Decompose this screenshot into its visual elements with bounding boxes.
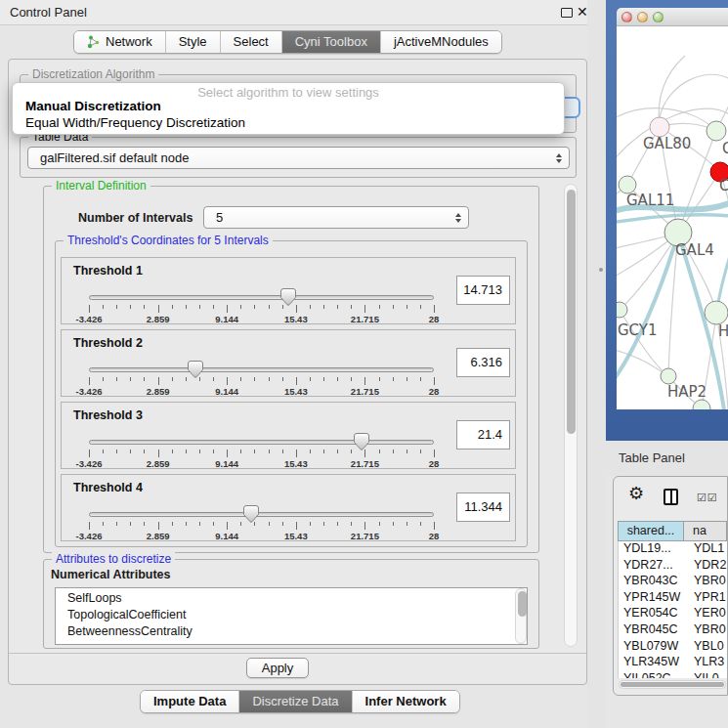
list-item-betweennesscentrality[interactable]: BetweennessCentrality [56, 623, 527, 640]
table-rows[interactable]: YDL19...YDL1YDR27...YDR2YBR043CYBR0YPR14… [618, 541, 727, 678]
threshold-value-field[interactable]: 6.316 [456, 348, 510, 377]
slider-track[interactable] [89, 295, 434, 300]
threshold-label: Threshold 2 [73, 336, 143, 350]
column-header-name[interactable]: na [684, 521, 727, 541]
slider-thumb[interactable] [354, 433, 369, 450]
cell-name[interactable]: YIL0 [685, 671, 727, 678]
cell-name[interactable]: YPR1 [685, 590, 727, 607]
table-hscrollbar[interactable] [619, 680, 726, 689]
network-node-label: GAL4 [675, 241, 714, 259]
slider-thumb[interactable] [188, 361, 203, 378]
cyni-bottom-tabs: Impute Data Discretize Data Infer Networ… [140, 690, 460, 713]
slider-thumb[interactable] [243, 505, 259, 523]
table-data-selected-value: galFiltered.sif default node [40, 150, 189, 165]
apply-button[interactable]: Apply [246, 658, 309, 678]
cell-name[interactable]: YBR0 [685, 622, 727, 639]
cell-shared-name[interactable]: YDR27... [619, 558, 685, 575]
group-title: Interval Definition [52, 179, 150, 193]
tab-jactivemnodules[interactable]: jActiveMNodules [380, 31, 501, 53]
table-row[interactable]: YBR043CYBR0 [619, 574, 727, 590]
gear-icon[interactable]: ⚙ [628, 484, 644, 503]
network-node[interactable] [617, 302, 627, 318]
table-row[interactable]: YDR27...YDR2 [619, 558, 727, 575]
network-view-canvas[interactable]: GAL80GAL11GAL4GCY1HAP2GACH [617, 26, 728, 409]
minimize-traffic-light[interactable] [637, 12, 648, 22]
tab-label: Discretize Data [252, 691, 338, 712]
table-row[interactable]: YPR145WYPR1 [619, 590, 727, 607]
numerical-attributes-list[interactable]: SelfLoops TopologicalCoefficient Between… [55, 587, 528, 645]
cell-shared-name[interactable]: YBR045C [619, 622, 685, 639]
network-node-label: GAL80 [643, 135, 691, 152]
cell-shared-name[interactable]: YBR043C [619, 574, 685, 590]
list-scrollbar[interactable] [515, 588, 527, 644]
panel-scrollbar-thumb[interactable] [567, 190, 576, 434]
network-node[interactable] [693, 400, 710, 409]
table-header-row: shared... na [618, 521, 727, 541]
numerical-attributes-label: Numerical Attributes [51, 568, 170, 581]
cell-shared-name[interactable]: YPR145W [619, 590, 685, 607]
slider-track[interactable] [89, 512, 434, 517]
zoom-traffic-light[interactable] [653, 12, 664, 22]
tab-discretize-data[interactable]: Discretize Data [238, 691, 351, 712]
cell-shared-name[interactable]: YIL052C [619, 671, 685, 678]
cell-shared-name[interactable]: YER054C [619, 606, 685, 622]
panel-divider[interactable] [587, 0, 606, 728]
slider-track[interactable] [89, 367, 434, 372]
table-row[interactable]: YBL079WYBL0 [619, 639, 727, 656]
cell-name[interactable]: YDR2 [685, 558, 727, 575]
cell-name[interactable]: YBL0 [685, 639, 727, 656]
cell-shared-name[interactable]: YLR345W [619, 655, 685, 671]
threshold-value-field[interactable]: 11.344 [456, 492, 510, 522]
cell-name[interactable]: YLR3 [685, 655, 727, 671]
close-traffic-light[interactable] [621, 12, 632, 22]
table-data-combobox[interactable]: galFiltered.sif default node [27, 147, 570, 169]
threshold-3-panel: Threshold 3 -3.4262.8599.14415.4321.7152… [61, 402, 516, 469]
dropdown-item-manual-discretization[interactable]: Manual Discretization [25, 98, 161, 114]
tab-network[interactable]: Network [74, 31, 165, 53]
slider-tick-labels: -3.4262.8599.14415.4321.71528 [89, 386, 434, 396]
column-header-shared[interactable]: shared... [618, 521, 684, 541]
cell-name[interactable]: YBR0 [685, 574, 727, 590]
table-row[interactable]: YLR345WYLR3 [619, 655, 727, 671]
table-hscrollbar-thumb[interactable] [621, 682, 724, 687]
slider-track[interactable] [89, 440, 434, 445]
tab-infer-network[interactable]: Infer Network [352, 691, 459, 712]
tab-select[interactable]: Select [220, 31, 281, 53]
network-node-label: H [718, 322, 728, 340]
float-window-icon[interactable] [561, 8, 573, 18]
cell-name[interactable]: YER0 [685, 606, 727, 622]
list-item-topologicalcoefficient[interactable]: TopologicalCoefficient [56, 607, 527, 623]
tab-cyni-toolbox[interactable]: Cyni Toolbox [281, 31, 380, 53]
list-scrollbar-thumb[interactable] [518, 591, 527, 617]
table-row[interactable]: YIL052CYIL0 [619, 671, 727, 678]
columns-icon[interactable] [664, 489, 678, 505]
tab-impute-data[interactable]: Impute Data [141, 691, 238, 712]
table-row[interactable]: YER054CYER0 [619, 606, 727, 622]
network-node[interactable] [650, 117, 669, 137]
tab-label: Network [106, 31, 152, 53]
cell-shared-name[interactable]: YDL19... [619, 541, 685, 558]
number-of-intervals-combobox[interactable]: 5 [203, 206, 469, 229]
network-node[interactable] [661, 368, 676, 384]
table-row[interactable]: YBR045CYBR0 [619, 622, 727, 639]
tab-style[interactable]: Style [165, 31, 220, 53]
threshold-value-field[interactable]: 14.713 [456, 276, 510, 305]
threshold-label: Threshold 1 [73, 264, 143, 278]
close-icon[interactable]: ✕ [577, 3, 588, 21]
list-item-selfloops[interactable]: SelfLoops [56, 588, 527, 607]
checkboxes-icon[interactable]: ☑☑ [697, 492, 718, 504]
splitter-handle[interactable] [599, 268, 603, 272]
network-node[interactable] [707, 121, 726, 141]
slider-ticks [89, 305, 434, 314]
slider-thumb[interactable] [280, 288, 296, 306]
network-node-label: GAL11 [626, 192, 674, 209]
network-node[interactable] [705, 301, 728, 324]
network-node-label: GA [722, 140, 728, 157]
panel-scrollbar[interactable] [564, 184, 578, 647]
dropdown-item-equal-width-frequency[interactable]: Equal Width/Frequency Discretization [25, 114, 245, 131]
cell-shared-name[interactable]: YBL079W [619, 639, 685, 656]
network-window-titlebar[interactable] [617, 8, 728, 26]
table-row[interactable]: YDL19...YDL1 [619, 541, 727, 558]
threshold-value-field[interactable]: 21.4 [456, 420, 510, 450]
cell-name[interactable]: YDL1 [685, 541, 727, 558]
